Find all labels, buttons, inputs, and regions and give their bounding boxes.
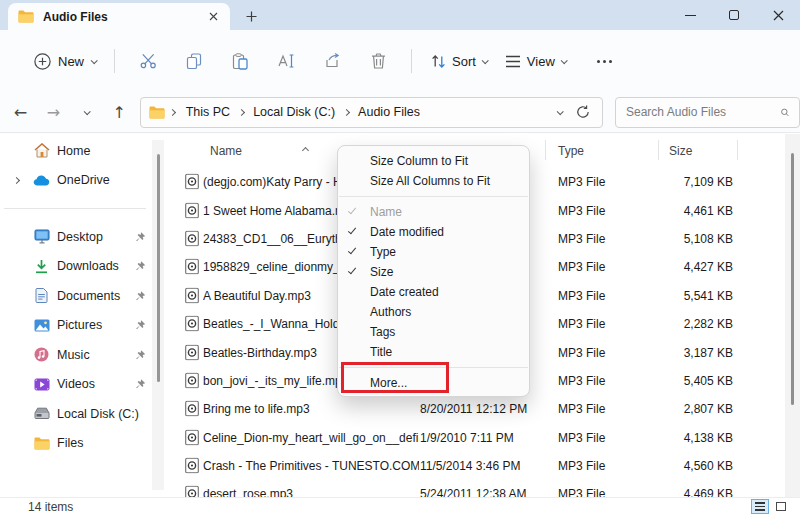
- tab-audio-files[interactable]: Audio Files: [8, 3, 230, 30]
- column-header-size[interactable]: Size: [669, 144, 692, 158]
- menu-item-title[interactable]: Title: [338, 342, 529, 362]
- menu-item-tags[interactable]: Tags: [338, 322, 529, 342]
- sidebar-item-label: Local Disk (C:): [57, 407, 139, 421]
- desktop-icon: [33, 228, 50, 245]
- menu-item-size[interactable]: Size: [338, 262, 529, 282]
- expand-chevron-icon[interactable]: [12, 177, 19, 184]
- column-header-type[interactable]: Type: [558, 144, 584, 158]
- details-view-button[interactable]: [751, 499, 769, 514]
- view-list-icon: [505, 55, 521, 68]
- tab-close-icon[interactable]: [204, 8, 222, 26]
- documents-icon: [33, 287, 50, 304]
- sidebar-item-label: Music: [57, 348, 90, 362]
- large-icons-view-icon: [776, 502, 786, 511]
- sort-button[interactable]: Sort: [422, 48, 496, 75]
- mp3-file-icon: [185, 202, 200, 219]
- status-bar: 14 items: [0, 497, 800, 515]
- sidebar-item-files[interactable]: Files: [0, 429, 150, 459]
- sidebar-item-music[interactable]: Music: [0, 340, 150, 370]
- file-row[interactable]: Crash - The Primitives - TUNESTO.COM....…: [165, 452, 785, 480]
- new-button-label: New: [58, 54, 84, 69]
- file-name: Crash - The Primitives - TUNESTO.COM....: [203, 459, 419, 473]
- address-dropdown-icon[interactable]: [557, 108, 564, 115]
- menu-item-label: Type: [370, 245, 396, 259]
- file-name: Bring me to life.mp3: [203, 402, 419, 416]
- scrollbar-thumb[interactable]: [791, 153, 794, 405]
- menu-item-label: Title: [370, 345, 392, 359]
- menu-item-type[interactable]: Type: [338, 242, 529, 262]
- search-icon[interactable]: [781, 106, 789, 119]
- refresh-icon[interactable]: [576, 105, 590, 119]
- copy-button[interactable]: [171, 44, 217, 78]
- menu-item-date-created[interactable]: Date created: [338, 282, 529, 302]
- pin-icon: [135, 379, 146, 390]
- file-row[interactable]: desert_rose.mp3 5/24/2011 12:38 AM MP3 F…: [165, 480, 785, 497]
- chevron-right-icon: [343, 108, 350, 115]
- sort-ascending-icon: [303, 139, 308, 157]
- file-explorer-window: Audio Files New: [0, 0, 800, 515]
- menu-item-date-modified[interactable]: Date modified: [338, 222, 529, 242]
- new-tab-icon[interactable]: [242, 7, 260, 25]
- pictures-icon: [33, 317, 50, 334]
- file-size: 5,541 KB: [613, 289, 733, 303]
- menu-item-label: More...: [370, 376, 407, 390]
- menu-item-authors[interactable]: Authors: [338, 302, 529, 322]
- search-input[interactable]: [626, 105, 781, 119]
- maximize-icon: [729, 10, 739, 20]
- menu-item-label: Date created: [370, 285, 439, 299]
- vertical-scrollbar[interactable]: [785, 134, 800, 497]
- sidebar-item-videos[interactable]: Videos: [0, 370, 150, 400]
- sidebar-item-onedrive[interactable]: OneDrive: [0, 166, 150, 196]
- column-header-name[interactable]: Name: [210, 144, 242, 158]
- breadcrumb-local-disk[interactable]: Local Disk (C:): [247, 102, 341, 122]
- maximize-button[interactable]: [712, 0, 756, 30]
- see-more-icon[interactable]: [589, 52, 620, 71]
- recent-locations-icon[interactable]: [70, 97, 103, 127]
- sidebar-item-label: Desktop: [57, 230, 103, 244]
- file-size: 3,187 KB: [613, 346, 733, 360]
- breadcrumb-audio-files[interactable]: Audio Files: [352, 102, 426, 122]
- menu-item-name[interactable]: Name: [338, 202, 529, 222]
- sidebar-item-documents[interactable]: Documents: [0, 281, 150, 311]
- sort-icon: [431, 54, 446, 69]
- delete-button[interactable]: [355, 44, 401, 78]
- sidebar-item-downloads[interactable]: Downloads: [0, 252, 150, 282]
- paste-button[interactable]: [217, 44, 263, 78]
- breadcrumb-this-pc[interactable]: This PC: [180, 102, 236, 122]
- cut-button[interactable]: [125, 44, 171, 78]
- mp3-file-icon: [185, 401, 200, 418]
- mp3-file-icon: [185, 486, 200, 497]
- chevron-down-icon: [482, 57, 489, 64]
- large-icons-view-button[interactable]: [772, 499, 790, 514]
- sidebar-item-local-disk[interactable]: Local Disk (C:): [0, 399, 150, 429]
- rename-icon: [277, 53, 295, 69]
- file-row[interactable]: Celine_Dion-my_heart_will_go_on__defin..…: [165, 424, 785, 452]
- file-date-modified: 8/20/2011 12:12 PM: [420, 402, 558, 416]
- minimize-button[interactable]: [668, 0, 712, 30]
- menu-item-label: Tags: [370, 325, 395, 339]
- breadcrumb[interactable]: This PC Local Disk (C:) Audio Files: [140, 97, 603, 128]
- menu-item-size-all-columns-to-fit[interactable]: Size All Columns to Fit: [338, 171, 529, 191]
- share-button[interactable]: [309, 44, 355, 78]
- back-icon[interactable]: ←: [4, 97, 37, 127]
- mp3-file-icon: [185, 174, 200, 191]
- close-button[interactable]: [756, 0, 800, 30]
- file-row[interactable]: Bring me to life.mp3 8/20/2011 12:12 PM …: [165, 395, 785, 423]
- sidebar-scrollbar-thumb[interactable]: [157, 154, 160, 382]
- view-button[interactable]: View: [496, 48, 575, 75]
- sidebar-item-pictures[interactable]: Pictures: [0, 311, 150, 341]
- file-date-modified: 5/24/2011 12:38 AM: [420, 487, 558, 497]
- up-icon[interactable]: ↑: [103, 97, 136, 127]
- menu-item-more[interactable]: More...: [338, 373, 529, 393]
- forward-icon[interactable]: →: [37, 97, 70, 127]
- sidebar-scrollbar[interactable]: [152, 140, 164, 490]
- sidebar-item-desktop[interactable]: Desktop: [0, 222, 150, 252]
- rename-button[interactable]: [263, 44, 309, 78]
- menu-item-size-column-to-fit[interactable]: Size Column to Fit: [338, 151, 529, 171]
- file-size: 5,405 KB: [613, 374, 733, 388]
- close-icon: [773, 10, 784, 21]
- new-button[interactable]: New: [26, 47, 104, 76]
- sidebar-item-home[interactable]: Home: [0, 136, 150, 166]
- sidebar-item-label: Pictures: [57, 318, 102, 332]
- pin-icon: [135, 261, 146, 272]
